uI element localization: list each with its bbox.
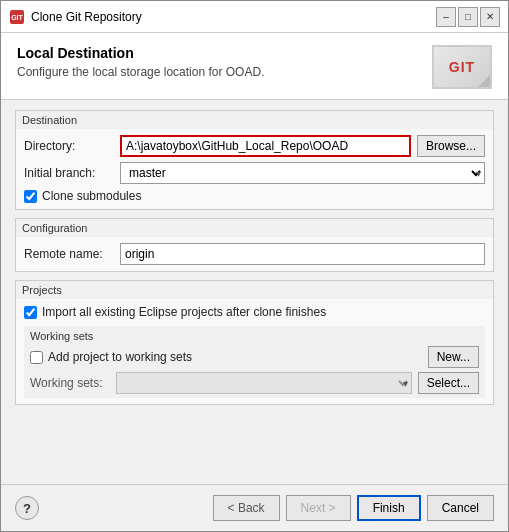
git-logo: GIT bbox=[432, 45, 492, 89]
configuration-section: Configuration Remote name: bbox=[15, 218, 494, 272]
header-text: Local Destination Configure the local st… bbox=[17, 45, 264, 79]
clone-submodules-label[interactable]: Clone submodules bbox=[42, 189, 141, 203]
destination-section-label: Destination bbox=[16, 111, 493, 129]
configuration-section-label: Configuration bbox=[16, 219, 493, 237]
minimize-button[interactable]: – bbox=[436, 7, 456, 27]
add-working-sets-checkbox[interactable] bbox=[30, 351, 43, 364]
projects-section-label: Projects bbox=[16, 281, 493, 299]
branch-select[interactable]: master bbox=[120, 162, 485, 184]
new-working-set-button[interactable]: New... bbox=[428, 346, 479, 368]
import-projects-row: Import all existing Eclipse projects aft… bbox=[24, 305, 485, 319]
title-bar: GIT Clone Git Repository – □ ✕ bbox=[1, 1, 508, 33]
footer-right: < Back Next > Finish Cancel bbox=[213, 495, 494, 521]
branch-label: Initial branch: bbox=[24, 166, 114, 180]
directory-label: Directory: bbox=[24, 139, 114, 153]
working-sets-select[interactable] bbox=[116, 372, 412, 394]
working-sets-select-wrapper: ▾ bbox=[116, 372, 412, 394]
title-bar-controls: – □ ✕ bbox=[436, 7, 500, 27]
browse-button[interactable]: Browse... bbox=[417, 135, 485, 157]
window-title: Clone Git Repository bbox=[31, 10, 142, 24]
branch-row: Initial branch: master ▾ bbox=[24, 162, 485, 184]
working-sets-select-label: Working sets: bbox=[30, 376, 110, 390]
svg-text:GIT: GIT bbox=[11, 14, 23, 21]
remote-input[interactable] bbox=[120, 243, 485, 265]
close-button[interactable]: ✕ bbox=[480, 7, 500, 27]
directory-row: Directory: Browse... bbox=[24, 135, 485, 157]
clone-submodules-row: Clone submodules bbox=[24, 189, 485, 203]
configuration-section-content: Remote name: bbox=[16, 237, 493, 271]
cancel-button[interactable]: Cancel bbox=[427, 495, 494, 521]
remote-label: Remote name: bbox=[24, 247, 114, 261]
git-window-icon: GIT bbox=[9, 9, 25, 25]
footer-left: ? bbox=[15, 496, 39, 520]
page-title: Local Destination bbox=[17, 45, 264, 61]
select-working-set-button[interactable]: Select... bbox=[418, 372, 479, 394]
branch-select-wrapper: master ▾ bbox=[120, 162, 485, 184]
destination-section: Destination Directory: Browse... Initial… bbox=[15, 110, 494, 210]
finish-button[interactable]: Finish bbox=[357, 495, 421, 521]
content-area: Destination Directory: Browse... Initial… bbox=[1, 100, 508, 484]
title-bar-left: GIT Clone Git Repository bbox=[9, 9, 142, 25]
add-working-sets-label[interactable]: Add project to working sets bbox=[48, 350, 192, 364]
working-sets-label: Working sets bbox=[30, 330, 479, 342]
footer: ? < Back Next > Finish Cancel bbox=[1, 484, 508, 531]
help-button[interactable]: ? bbox=[15, 496, 39, 520]
page-description: Configure the local storage location for… bbox=[17, 65, 264, 79]
header-section: Local Destination Configure the local st… bbox=[1, 33, 508, 100]
dialog-window: GIT Clone Git Repository – □ ✕ Local Des… bbox=[0, 0, 509, 532]
projects-section-content: Import all existing Eclipse projects aft… bbox=[16, 299, 493, 404]
add-to-working-sets-row: Add project to working sets bbox=[30, 350, 192, 364]
directory-input[interactable] bbox=[120, 135, 411, 157]
maximize-button[interactable]: □ bbox=[458, 7, 478, 27]
working-sets-section: Working sets Add project to working sets… bbox=[24, 326, 485, 398]
destination-section-content: Directory: Browse... Initial branch: mas… bbox=[16, 129, 493, 209]
clone-submodules-checkbox[interactable] bbox=[24, 190, 37, 203]
projects-section: Projects Import all existing Eclipse pro… bbox=[15, 280, 494, 405]
next-button[interactable]: Next > bbox=[286, 495, 351, 521]
remote-row: Remote name: bbox=[24, 243, 485, 265]
import-projects-checkbox[interactable] bbox=[24, 306, 37, 319]
back-button[interactable]: < Back bbox=[213, 495, 280, 521]
import-projects-label[interactable]: Import all existing Eclipse projects aft… bbox=[42, 305, 326, 319]
